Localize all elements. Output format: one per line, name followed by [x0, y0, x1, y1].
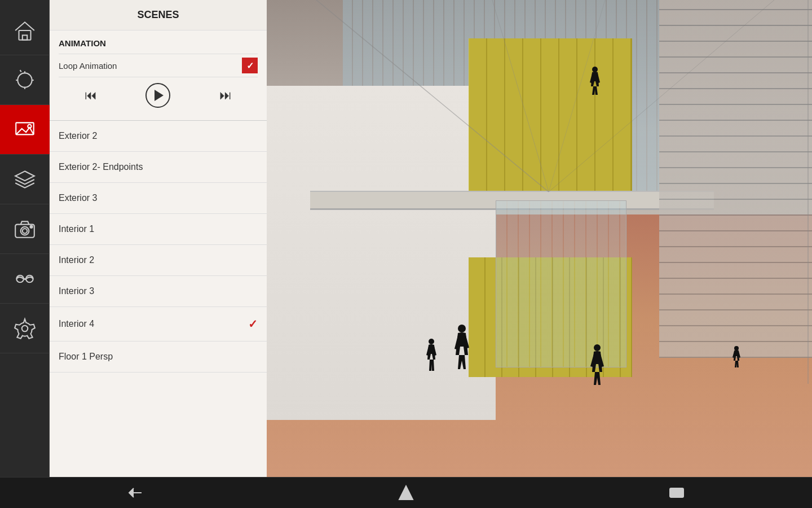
svg-point-2	[17, 73, 32, 87]
scene-item-label: Interior 2	[59, 255, 94, 265]
svg-line-7	[20, 70, 21, 72]
home-button[interactable]	[389, 481, 423, 504]
sidebar-item-settings[interactable]	[0, 304, 50, 353]
scene-item-interior2[interactable]: Interior 2	[50, 245, 267, 276]
silhouette-person-right	[589, 344, 606, 391]
scene-item-interior1[interactable]: Interior 1	[50, 214, 267, 245]
svg-point-16	[26, 275, 33, 282]
svg-point-19	[458, 325, 466, 332]
sidebar-item-measure[interactable]	[0, 55, 50, 105]
playback-controls: ⏮ ⏭	[59, 77, 258, 116]
scene-item-label: Exterior 3	[59, 193, 97, 203]
recents-button[interactable]	[660, 481, 694, 504]
svg-point-23	[734, 346, 739, 351]
sidebar-item-layers[interactable]	[0, 155, 50, 204]
scene-item-label: Interior 1	[59, 224, 94, 234]
sidebar-item-vr[interactable]	[0, 254, 50, 304]
svg-marker-10	[15, 171, 34, 181]
silhouette-child	[425, 338, 439, 377]
icon-sidebar	[0, 0, 50, 477]
svg-point-18	[21, 325, 28, 331]
play-button[interactable]	[145, 83, 170, 108]
sidebar-item-home[interactable]	[0, 6, 50, 55]
scene-active-check: ✓	[248, 317, 258, 331]
scene-list: Exterior 2Exterior 2- EndpointsExterior …	[50, 121, 267, 477]
fast-forward-button[interactable]: ⏭	[216, 85, 235, 106]
scene-item-label: Exterior 2- Endpoints	[59, 162, 143, 172]
play-icon	[155, 90, 164, 101]
svg-rect-1	[22, 35, 27, 40]
scene-item-exterior3[interactable]: Exterior 3	[50, 183, 267, 214]
scene-item-label: Interior 4	[59, 319, 94, 329]
svg-point-13	[22, 228, 27, 233]
glass-mid	[496, 200, 626, 367]
right-structure	[659, 0, 812, 358]
back-button[interactable]	[118, 481, 152, 504]
scene-background	[267, 0, 812, 477]
scene-item-exterior2[interactable]: Exterior 2	[50, 121, 267, 152]
viewport[interactable]	[267, 0, 812, 477]
svg-marker-30	[399, 486, 413, 500]
scene-item-label: Exterior 2	[59, 131, 97, 141]
silhouette-tall-woman	[452, 324, 472, 377]
rewind-button[interactable]: ⏮	[81, 85, 100, 106]
sidebar-item-camera[interactable]	[0, 204, 50, 254]
bottom-nav	[0, 477, 812, 508]
svg-point-9	[28, 124, 31, 128]
animation-section: ANIMATION Loop Animation ✓ ⏮ ⏭	[50, 30, 267, 121]
loop-animation-checkbox[interactable]: ✓	[242, 58, 258, 73]
scene-item-exterior2ep[interactable]: Exterior 2- Endpoints	[50, 152, 267, 183]
svg-rect-32	[672, 491, 681, 495]
svg-point-15	[16, 275, 24, 282]
scene-item-label: Floor 1 Persp	[59, 352, 113, 362]
scene-item-floor1persp[interactable]: Floor 1 Persp	[50, 341, 267, 373]
scenes-title: SCENES	[50, 0, 267, 30]
scene-item-interior4[interactable]: Interior 4✓	[50, 307, 267, 341]
svg-point-20	[429, 339, 434, 344]
scene-item-label: Interior 3	[59, 286, 94, 296]
svg-point-14	[30, 225, 32, 227]
silhouette-person-far-right	[732, 346, 741, 372]
scene-item-interior3[interactable]: Interior 3	[50, 276, 267, 307]
loop-animation-label: Loop Animation	[59, 61, 117, 71]
sidebar-item-scenes[interactable]	[0, 105, 50, 155]
svg-point-21	[594, 344, 601, 351]
scenes-panel: SCENES ANIMATION Loop Animation ✓ ⏮ ⏭ Ex…	[50, 0, 267, 477]
animation-label: ANIMATION	[59, 38, 258, 48]
svg-point-22	[592, 67, 598, 72]
loop-animation-row[interactable]: Loop Animation ✓	[59, 54, 258, 77]
yellow-building-upper	[469, 38, 632, 191]
silhouette-person-upper	[589, 67, 601, 100]
